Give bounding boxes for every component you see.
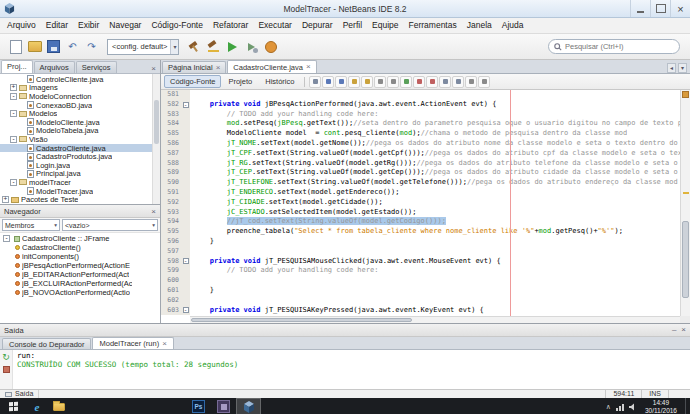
menu-item[interactable]: Executar	[253, 18, 297, 33]
code-line[interactable]: 593 jC_ESTADO.setSelectedItem(model.getE…	[161, 208, 680, 218]
clean-build-icon[interactable]	[206, 39, 221, 54]
collapse-handle-icon[interactable]: -	[10, 93, 17, 100]
stop-button[interactable]	[3, 366, 10, 373]
file-explorer-taskbar-icon[interactable]	[48, 398, 70, 414]
code-line[interactable]: 603- private void jT_PESQUISAKeyPressed(…	[161, 306, 680, 316]
collapse-handle-icon[interactable]: -	[10, 110, 17, 117]
undo-icon[interactable]	[65, 39, 80, 54]
code-line[interactable]: 594 //jT_cod.setText(String.valueOf(mode…	[161, 217, 680, 227]
navigator-view-combobox[interactable]: Membros ▾	[2, 219, 60, 231]
code-line[interactable]: 587 jT_CPF.setText(String.valueOf(model.…	[161, 149, 680, 159]
code-line[interactable]: 585 ModeloCliente model = cont.pesq_clie…	[161, 129, 680, 139]
tree-item[interactable]: +Imagens	[0, 84, 160, 93]
maximize-button[interactable]	[650, 0, 670, 17]
menu-item[interactable]: Perfil	[338, 18, 367, 33]
build-icon[interactable]	[187, 39, 202, 54]
menu-item[interactable]: Exibir	[73, 18, 104, 33]
collapse-handle-icon[interactable]: -	[10, 179, 17, 186]
fold-marker-icon[interactable]: -	[183, 102, 189, 108]
run-icon[interactable]	[225, 39, 240, 54]
show-desktop-button[interactable]	[685, 398, 689, 414]
close-panel-icon[interactable]: ×	[147, 64, 160, 73]
explorer-tab[interactable]: Arquivos	[34, 61, 75, 73]
menu-item[interactable]: Editar	[41, 18, 73, 33]
config-combobox[interactable]: <config. default> ▾	[107, 39, 179, 55]
code-line[interactable]: 583 // TODO add your handling code here:	[161, 110, 680, 120]
tree-item[interactable]: +Pacotes de Teste	[0, 195, 160, 204]
code-editor[interactable]: 581582- private void jBPesqActionPerform…	[161, 90, 690, 323]
navigator-item[interactable]: -CadastroCliente :: JFrame	[0, 234, 160, 243]
code-line[interactable]: 597	[161, 247, 680, 257]
code-line[interactable]: 582- private void jBPesqActionPerformed(…	[161, 100, 680, 110]
tree-item[interactable]: -Modelos	[0, 109, 160, 118]
minimize-panel-icon[interactable]: –	[672, 326, 676, 334]
internet-explorer-taskbar-icon[interactable]: e	[26, 398, 48, 414]
code-line[interactable]: 589 jT_CEP.setText(String.valueOf(model.…	[161, 168, 680, 178]
code-line[interactable]: 581	[161, 90, 680, 100]
code-line[interactable]: 602	[161, 296, 680, 306]
previous-error-icon[interactable]	[413, 76, 425, 88]
menu-item[interactable]: Ferramentas	[404, 18, 462, 33]
tray-volume-icon[interactable]	[629, 403, 637, 411]
navigator-item[interactable]: initComponents()	[0, 252, 160, 261]
search-input[interactable]	[565, 42, 674, 51]
collapse-handle-icon[interactable]: -	[10, 136, 17, 143]
tree-item[interactable]: Login.java	[0, 161, 160, 170]
navigator-filter-combobox[interactable]: <vazio> ▾	[62, 219, 158, 231]
indent-left-icon[interactable]	[465, 76, 477, 88]
menu-item[interactable]: Equipe	[367, 18, 403, 33]
save-all-icon[interactable]	[46, 39, 61, 54]
code-line[interactable]: 598- private void jT_PESQUISAMouseClicke…	[161, 257, 680, 267]
redo-icon[interactable]	[84, 39, 99, 54]
output-tab[interactable]: Console do Depurador	[2, 338, 91, 349]
tree-item[interactable]: -Visão	[0, 135, 160, 144]
tray-chevron-icon[interactable]: ∧	[606, 403, 611, 411]
explorer-tab[interactable]: Serviços	[76, 61, 117, 73]
uncomment-icon[interactable]	[452, 76, 464, 88]
tray-network-icon[interactable]	[616, 403, 624, 411]
code-line[interactable]: 601 }	[161, 286, 680, 296]
tree-item[interactable]: CadastroCliente.java	[0, 144, 160, 153]
code-line[interactable]: 591 jT_ENDERECO.setText(model.getEnderec…	[161, 188, 680, 198]
tab-list-icon[interactable]: ▾	[678, 63, 687, 73]
tree-item[interactable]: Principal.java	[0, 170, 160, 179]
indent-right-icon[interactable]	[478, 76, 490, 88]
highlight-occurrences-icon[interactable]	[361, 76, 373, 88]
tree-item[interactable]: ConexaoBD.java	[0, 101, 160, 110]
menu-item[interactable]: Navegar	[104, 18, 146, 33]
next-error-icon[interactable]	[426, 76, 438, 88]
find-selection-icon[interactable]	[348, 76, 360, 88]
menu-item[interactable]: Depurar	[297, 18, 338, 33]
vertical-scroll-thumb[interactable]	[682, 221, 689, 298]
open-project-icon[interactable]	[27, 39, 42, 54]
menu-item[interactable]: Ajuda	[497, 18, 529, 33]
tree-item[interactable]: ModeloCliente.java	[0, 118, 160, 127]
code-line[interactable]: 588 jT_RG.setText(String.valueOf(model.g…	[161, 159, 680, 169]
tree-item[interactable]: -modelTracer	[0, 178, 160, 187]
tree-item[interactable]: ModeloTabela.java	[0, 127, 160, 136]
tab-scroll-left-icon[interactable]: ◂	[667, 63, 676, 73]
comment-icon[interactable]	[439, 76, 451, 88]
navigator-item[interactable]: CadastroCliente()	[0, 243, 160, 252]
code-line[interactable]: 599 // TODO add your handling code here:	[161, 266, 680, 276]
tree-item[interactable]: ControleCliente.java	[0, 75, 160, 84]
horizontal-scroll-thumb[interactable]	[191, 318, 412, 322]
toggle-bookmark-icon[interactable]	[400, 76, 412, 88]
explorer-tab[interactable]: Proj...	[1, 60, 33, 73]
code-line[interactable]: 596 }	[161, 237, 680, 247]
output-text[interactable]: run:CONSTRUÍDO COM SUCESSO (tempo total:…	[13, 350, 690, 389]
tree-item[interactable]: -ModeloConnection	[0, 92, 160, 101]
code-line[interactable]: 584 mod.setPesq(jBPesq.getText());//seta…	[161, 119, 680, 129]
editor-tab[interactable]: CadastroCliente.java×	[227, 60, 316, 73]
code-line[interactable]: 600	[161, 276, 680, 286]
taskbar-clock[interactable]: 14:49 30/11/2016	[642, 399, 680, 414]
start-button[interactable]	[0, 398, 26, 414]
code-line[interactable]: 595 preenche_tabela("Select * from tabel…	[161, 227, 680, 237]
navigator-item[interactable]: jB_NOVOActionPerformed(Actio	[0, 288, 160, 297]
editor-vertical-scrollbar[interactable]	[680, 90, 690, 316]
close-panel-icon[interactable]: ×	[681, 326, 686, 334]
collapse-handle-icon[interactable]: -	[3, 235, 10, 242]
editor-horizontal-scrollbar[interactable]	[190, 316, 680, 323]
minimized-output-button[interactable]: Saída	[0, 390, 39, 398]
close-tab-icon[interactable]: ×	[306, 64, 311, 70]
